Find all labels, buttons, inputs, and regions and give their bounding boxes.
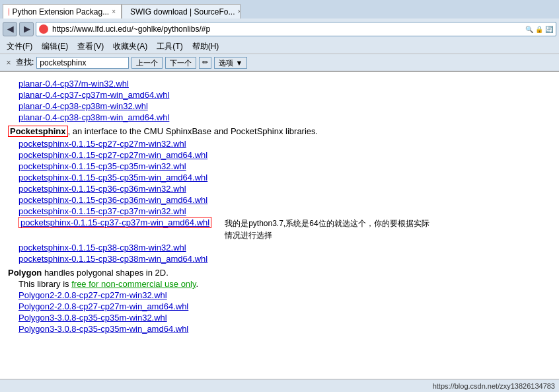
planar-links-section: planar-0.4-cp37/m-win32.whl planar-0.4-c… <box>8 79 551 122</box>
forward-button[interactable]: ▶ <box>19 22 34 36</box>
polygon-sub-desc-1: This library is <box>19 279 71 289</box>
tab-label-1: Python Extension Packag... <box>12 7 109 17</box>
polygon-link-0[interactable]: Polygon2-2.0.8-cp27-cp27m-win32.whl <box>19 290 167 300</box>
polygon-sub-desc: This library is free for non-commercial … <box>19 279 551 289</box>
list-item: pocketsphinx-0.1.15-cp38-cp38m-win32.whl <box>19 243 551 253</box>
tab-favicon-1 <box>9 8 9 16</box>
menu-edit[interactable]: 编辑(E) <box>38 40 72 53</box>
list-item: pocketsphinx-0.1.15-cp37-cp37m-win32.whl <box>19 206 551 216</box>
list-item: Polygon3-3.0.8-cp35-cp35m-win_amd64.whl <box>19 324 551 334</box>
polygon-link-3[interactable]: Polygon3-3.0.8-cp35-cp35m-win_amd64.whl <box>19 324 188 334</box>
polygon-section: Polygon handles polygonal shapes in 2D. … <box>8 268 551 334</box>
status-bar: https://blog.csdn.net/zxy13826134783 <box>0 379 559 392</box>
pocket-link-4[interactable]: pocketsphinx-0.1.15-cp36-cp36m-win32.whl <box>19 184 186 194</box>
polygon-title-bold[interactable]: Polygon <box>8 268 42 278</box>
list-item: planar-0.4-cp38-cp38m-win32.whl <box>19 101 551 111</box>
polygon-link-2[interactable]: Polygon3-3.0.8-cp35-cp35m-win32.whl <box>19 313 167 323</box>
annotation-line1: 我的是python3.7,系统是64位的就选这个，你的要根据实际 <box>225 217 429 229</box>
find-pencil-button[interactable]: ✏ <box>199 57 211 69</box>
refresh-icon[interactable]: 🔄 <box>545 26 553 33</box>
find-next-button[interactable]: 下一个 <box>165 57 196 69</box>
planar-link-3[interactable]: planar-0.4-cp38-cp38m-win_amd64.whl <box>19 112 169 122</box>
pocket-link-6[interactable]: pocketsphinx-0.1.15-cp37-cp37m-win32.whl <box>19 206 186 216</box>
planar-link-0[interactable]: planar-0.4-cp37/m-win32.whl <box>19 79 129 89</box>
list-item: planar-0.4-cp37/m-win32.whl <box>19 79 551 89</box>
tab-label-2: SWIG download | SourceFo... <box>130 7 235 17</box>
highlighted-link-container: pocketsphinx-0.1.15-cp37-cp37m-win_amd64… <box>19 217 211 227</box>
find-bar: × 查找: 上一个 下一个 ✏ 选项 ▼ <box>0 54 559 71</box>
pocketsphinx-section-title: Pocketsphinx, an interface to the CMU Sp… <box>8 126 551 136</box>
menu-view[interactable]: 查看(V) <box>73 40 108 53</box>
polygon-title: Polygon handles polygonal shapes in 2D. <box>8 268 551 278</box>
lock-icon: 🔒 <box>535 26 543 33</box>
pocket-link-highlighted[interactable]: pocketsphinx-0.1.15-cp37-cp37m-win_amd64… <box>19 217 211 228</box>
find-label: 查找: <box>16 57 34 68</box>
pencil-icon: ✏ <box>202 58 208 67</box>
list-item: Polygon2-2.0.8-cp27-cp27m-win32.whl <box>19 290 551 300</box>
pocket-link-5[interactable]: pocketsphinx-0.1.15-cp36-cp36m-win_amd64… <box>19 195 207 205</box>
pocket-link-after-1[interactable]: pocketsphinx-0.1.15-cp38-cp38m-win_amd64… <box>19 254 207 264</box>
back-button[interactable]: ◀ <box>3 22 17 36</box>
tab-bar: Python Extension Packag... × SWIG downlo… <box>0 0 559 19</box>
list-item: pocketsphinx-0.1.15-cp35-cp35m-win_amd64… <box>19 173 551 182</box>
list-item: Polygon3-3.0.8-cp35-cp35m-win32.whl <box>19 313 551 323</box>
list-item: pocketsphinx-0.1.15-cp35-cp35m-win32.whl <box>19 161 551 171</box>
polygon-link-1[interactable]: Polygon2-2.0.8-cp27-cp27m-win_amd64.whl <box>19 301 188 311</box>
pocket-link-3[interactable]: pocketsphinx-0.1.15-cp35-cp35m-win_amd64… <box>19 173 207 182</box>
menu-help[interactable]: 帮助(H) <box>188 40 223 53</box>
pocketsphinx-title[interactable]: Pocketsphinx <box>8 126 68 137</box>
find-options-button[interactable]: 选项 ▼ <box>214 57 247 69</box>
pocket-link-2[interactable]: pocketsphinx-0.1.15-cp35-cp35m-win32.whl <box>19 161 186 171</box>
tab-python-extensions[interactable]: Python Extension Packag... × <box>3 4 122 19</box>
annotation-text: 我的是python3.7,系统是64位的就选这个，你的要根据实际 情况进行选择 <box>225 217 429 241</box>
nav-bar: ◀ ▶ https://www.lfd.uci.edu/~gohlke/pyth… <box>0 19 559 40</box>
find-input[interactable] <box>36 57 129 69</box>
list-item: pocketsphinx-0.1.15-cp36-cp36m-win_amd64… <box>19 195 551 205</box>
annotation-line2: 情况进行选择 <box>225 229 429 241</box>
list-item: Polygon2-2.0.8-cp27-cp27m-win_amd64.whl <box>19 301 551 311</box>
menu-tools[interactable]: 工具(T) <box>153 40 186 53</box>
url-bar[interactable]: https://www.lfd.uci.edu/~gohlke/pythonli… <box>36 22 556 36</box>
status-url: https://blog.csdn.net/zxy13826134783 <box>433 382 555 390</box>
highlighted-row: pocketsphinx-0.1.15-cp37-cp37m-win_amd64… <box>8 217 551 241</box>
pocket-link-after-0[interactable]: pocketsphinx-0.1.15-cp38-cp38m-win32.whl <box>19 243 186 253</box>
menu-file[interactable]: 文件(F) <box>3 40 36 53</box>
menu-bar: 文件(F) 编辑(E) 查看(V) 收藏夹(A) 工具(T) 帮助(H) <box>0 40 559 54</box>
find-close-button[interactable]: × <box>4 58 13 67</box>
polygon-links: Polygon2-2.0.8-cp27-cp27m-win32.whl Poly… <box>8 290 551 334</box>
pocketsphinx-description: , an interface to the CMU SphinxBase and… <box>68 126 318 136</box>
list-item: pocketsphinx-0.1.15-cp27-cp27m-win32.whl <box>19 139 551 149</box>
pocketsphinx-links: pocketsphinx-0.1.15-cp27-cp27m-win32.whl… <box>8 139 551 264</box>
find-prev-button[interactable]: 上一个 <box>131 57 163 69</box>
planar-link-2[interactable]: planar-0.4-cp38-cp38m-win32.whl <box>19 101 148 111</box>
menu-favorites[interactable]: 收藏夹(A) <box>109 40 151 53</box>
polygon-sub-desc-2: . <box>196 279 199 289</box>
list-item: planar-0.4-cp37-cp37m-win_amd64.whl <box>19 90 551 100</box>
list-item: pocketsphinx-0.1.15-cp38-cp38m-win_amd64… <box>19 254 551 264</box>
pocket-link-0[interactable]: pocketsphinx-0.1.15-cp27-cp27m-win32.whl <box>19 139 186 149</box>
url-favicon <box>39 24 48 34</box>
tab-close-2[interactable]: × <box>238 8 241 15</box>
planar-link-1[interactable]: planar-0.4-cp37-cp37m-win_amd64.whl <box>19 90 169 100</box>
tab-close-1[interactable]: × <box>112 8 116 15</box>
pocket-link-1[interactable]: pocketsphinx-0.1.15-cp27-cp27m-win_amd64… <box>19 150 207 160</box>
tab-swig[interactable]: SWIG download | SourceFo... × <box>122 4 241 19</box>
list-item: pocketsphinx-0.1.15-cp27-cp27m-win_amd64… <box>19 150 551 160</box>
url-text: https://www.lfd.uci.edu/~gohlke/pythonli… <box>52 24 523 34</box>
browser-chrome: Python Extension Packag... × SWIG downlo… <box>0 0 559 72</box>
polygon-free-link[interactable]: free for non-commercial use only <box>71 279 196 289</box>
page-content: planar-0.4-cp37/m-win32.whl planar-0.4-c… <box>0 72 559 379</box>
list-item: planar-0.4-cp38-cp38m-win_amd64.whl <box>19 112 551 122</box>
list-item: pocketsphinx-0.1.15-cp36-cp36m-win32.whl <box>19 184 551 194</box>
search-icon[interactable]: 🔍 <box>525 26 533 33</box>
polygon-description: handles polygonal shapes in 2D. <box>42 268 168 278</box>
